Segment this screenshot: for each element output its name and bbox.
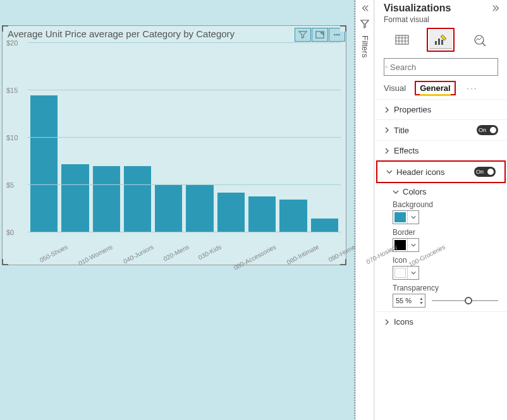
x-tick-label: 050-Shoes (34, 234, 79, 277)
section-properties[interactable]: Properties (375, 99, 507, 119)
chart-title: Average Unit Price average per Category … (3, 26, 295, 43)
filters-rail[interactable]: Filters (355, 0, 374, 420)
visualizations-panel: Visualizations Format visual Visual Gene… (374, 0, 507, 420)
colors-header[interactable]: Colors (393, 187, 498, 196)
section-effects[interactable]: Effects (375, 140, 507, 160)
collapse-right-icon[interactable] (492, 4, 501, 13)
focus-mode-icon[interactable] (312, 28, 328, 42)
search-icon (384, 62, 389, 72)
y-tick-label: $5 (6, 181, 14, 189)
filter-icon[interactable] (295, 28, 311, 42)
expand-left-icon[interactable] (360, 4, 369, 13)
chevron-right-icon (384, 107, 390, 113)
x-tick-label: 060-Intimate (281, 234, 330, 279)
bar[interactable] (217, 193, 245, 232)
background-label: Background (393, 200, 498, 209)
svg-rect-6 (438, 39, 440, 45)
section-title[interactable]: Title On (375, 119, 507, 140)
stepper-icon[interactable]: ▲▼ (419, 297, 424, 304)
bar[interactable] (311, 219, 338, 233)
svg-point-2 (336, 33, 338, 35)
bar[interactable] (248, 196, 276, 232)
chevron-right-icon (384, 319, 390, 325)
transparency-label: Transparency (393, 284, 498, 292)
section-header-icons[interactable]: Header icons On (376, 160, 506, 183)
svg-rect-5 (435, 41, 437, 45)
bar[interactable] (155, 184, 182, 233)
panel-subtitle: Format visual (375, 15, 507, 28)
x-tick-label: 010-Womens (73, 234, 124, 280)
y-tick-label: $20 (6, 39, 18, 47)
section-icons[interactable]: Icons (375, 311, 507, 332)
svg-point-9 (386, 66, 388, 68)
x-tick-label: 030-Kids (193, 234, 233, 274)
border-label: Border (393, 228, 498, 237)
tabs-more-icon[interactable]: ··· (465, 83, 478, 93)
analytics-icon[interactable] (468, 30, 491, 49)
y-tick-label: $15 (6, 87, 18, 94)
tab-general[interactable]: General (420, 81, 450, 96)
bar[interactable] (124, 166, 151, 232)
format-visual-highlight (427, 28, 455, 52)
chevron-right-icon (384, 127, 390, 133)
tab-general-highlight: General (415, 81, 455, 95)
chevron-down-icon (393, 189, 399, 195)
bar[interactable] (186, 185, 213, 232)
search-input[interactable] (384, 58, 498, 76)
search-field[interactable] (389, 62, 498, 73)
report-canvas[interactable]: Average Unit Price average per Category … (0, 0, 355, 420)
bar[interactable] (279, 200, 307, 233)
header-icons-toggle[interactable]: On (474, 167, 496, 177)
bar[interactable] (61, 164, 89, 232)
background-color-picker[interactable] (393, 210, 419, 224)
x-tick-label: 080-Accessories (228, 234, 287, 284)
bar-chart-visual[interactable]: Average Unit Price average per Category … (2, 25, 346, 265)
tab-visual[interactable]: Visual (384, 81, 406, 95)
resize-handle-tr[interactable] (340, 25, 346, 32)
build-visual-icon[interactable] (391, 30, 413, 49)
svg-point-3 (338, 33, 339, 35)
filters-icon[interactable] (360, 19, 370, 29)
svg-rect-7 (441, 40, 443, 45)
transparency-input[interactable]: 55 % ▲▼ (393, 294, 425, 308)
svg-point-1 (334, 33, 335, 35)
y-tick-label: $10 (6, 134, 18, 141)
transparency-slider[interactable] (432, 296, 498, 306)
x-tick-label: 020-Mens (158, 234, 200, 275)
format-visual-icon[interactable] (429, 30, 452, 49)
bar[interactable] (93, 166, 120, 232)
panel-title: Visualizations (384, 3, 492, 14)
resize-handle-tl[interactable] (2, 25, 8, 32)
title-toggle[interactable]: On (477, 125, 498, 135)
chevron-down-icon (386, 169, 393, 175)
filters-label: Filters (360, 35, 370, 57)
chevron-right-icon (384, 148, 390, 154)
y-tick-label: $0 (6, 229, 14, 236)
bar[interactable] (30, 95, 58, 233)
chevron-down-icon (408, 215, 418, 220)
x-tick-label: 040-Juniors (118, 234, 164, 278)
resize-handle-bl[interactable] (2, 259, 8, 265)
